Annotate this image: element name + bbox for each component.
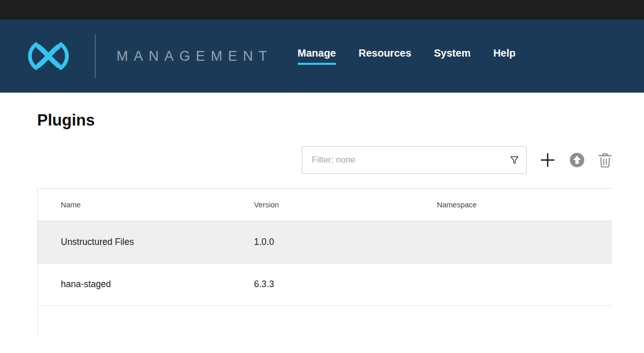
toolbar — [37, 146, 612, 174]
cell-name: Unstructured Files — [61, 237, 254, 248]
main-nav: Manage Resources System Help — [298, 47, 516, 65]
cell-name: hana-staged — [61, 279, 254, 290]
brand-title: MANAGEMENT — [116, 48, 273, 64]
column-header-version[interactable]: Version — [254, 201, 437, 209]
page-title: Plugins — [37, 111, 612, 130]
header-divider — [95, 34, 96, 78]
table-header-row: Name Version Namespace — [38, 188, 612, 221]
app-header: MANAGEMENT Manage Resources System Help — [0, 20, 644, 93]
nav-item-help[interactable]: Help — [493, 47, 515, 65]
column-header-name[interactable]: Name — [61, 201, 254, 209]
nav-item-manage[interactable]: Manage — [298, 47, 336, 65]
trash-icon — [598, 152, 612, 168]
add-plugin-button[interactable] — [539, 152, 556, 168]
filter-input[interactable] — [311, 154, 510, 166]
filter-box — [302, 146, 527, 174]
table-row[interactable]: hana-staged 6.3.3 — [38, 263, 612, 306]
window-topbar — [0, 0, 644, 20]
column-header-namespace[interactable]: Namespace — [437, 201, 612, 209]
plugins-table: Name Version Namespace Unstructured File… — [37, 188, 612, 337]
nav-item-system[interactable]: System — [434, 47, 470, 65]
delete-plugin-button[interactable] — [598, 152, 612, 168]
cell-version: 6.3.3 — [254, 279, 437, 290]
filter-funnel-icon[interactable] — [510, 156, 519, 165]
upload-plugin-button[interactable] — [569, 152, 585, 168]
main-content: Plugins — [0, 111, 644, 337]
cell-version: 1.0.0 — [254, 237, 437, 248]
table-row[interactable]: Unstructured Files 1.0.0 — [38, 221, 612, 263]
plus-icon — [539, 152, 556, 168]
upload-icon — [569, 152, 585, 168]
nav-item-resources[interactable]: Resources — [359, 47, 411, 65]
delphix-logo-icon[interactable] — [24, 40, 73, 73]
